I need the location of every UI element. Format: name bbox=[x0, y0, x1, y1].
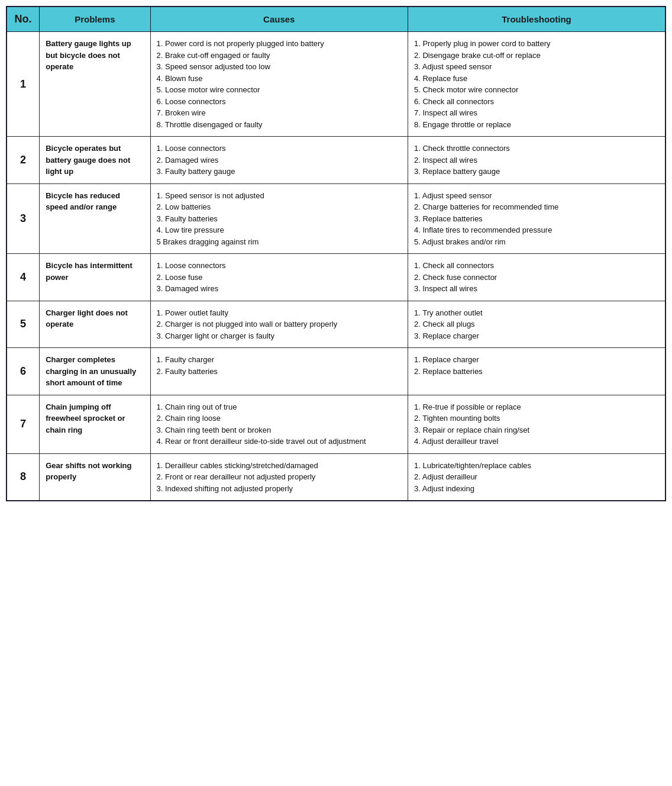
row-number: 7 bbox=[7, 395, 40, 453]
row-causes: 1. Speed sensor is not adjusted 2. Low b… bbox=[150, 183, 408, 254]
row-problem: Bicycle operates but battery gauge does … bbox=[40, 137, 150, 184]
row-causes: 1. Power outlet faulty 2. Charger is not… bbox=[150, 301, 408, 348]
table-row: 4Bicycle has intermittent power1. Loose … bbox=[7, 254, 665, 301]
row-troubleshooting: 1. Try another outlet 2. Check all plugs… bbox=[408, 301, 666, 348]
table-row: 6Charger completes charging in an unusua… bbox=[7, 348, 665, 395]
table-row: 7Chain jumping off freewheel sprocket or… bbox=[7, 395, 665, 453]
row-problem: Bicycle has intermittent power bbox=[40, 254, 150, 301]
troubleshooting-table: No. Problems Causes Troubleshooting 1Bat… bbox=[6, 6, 666, 501]
table-row: 1Battery gauge lights up but bicycle doe… bbox=[7, 32, 665, 137]
row-number: 4 bbox=[7, 254, 40, 301]
row-troubleshooting: 1. Replace charger 2. Replace batteries bbox=[408, 348, 666, 395]
row-causes: 1. Loose connectors 2. Damaged wires 3. … bbox=[150, 137, 408, 184]
row-causes: 1. Derailleur cables sticking/stretched/… bbox=[150, 453, 408, 501]
row-causes: 1. Power cord is not properly plugged in… bbox=[150, 32, 408, 137]
row-troubleshooting: 1. Properly plug in power cord to batter… bbox=[408, 32, 666, 137]
header-no: No. bbox=[7, 7, 40, 32]
row-number: 2 bbox=[7, 137, 40, 184]
row-troubleshooting: 1. Check throttle connectors 2. Inspect … bbox=[408, 137, 666, 184]
table-row: 5Charger light does not operate1. Power … bbox=[7, 301, 665, 348]
row-problem: Bicycle has reduced speed and/or range bbox=[40, 183, 150, 254]
row-number: 8 bbox=[7, 453, 40, 501]
header-problems: Problems bbox=[40, 7, 150, 32]
row-problem: Gear shifts not working properly bbox=[40, 453, 150, 501]
row-causes: 1. Chain ring out of true 2. Chain ring … bbox=[150, 395, 408, 453]
header-causes: Causes bbox=[150, 7, 408, 32]
row-number: 5 bbox=[7, 301, 40, 348]
row-troubleshooting: 1. Adjust speed sensor 2. Charge batteri… bbox=[408, 183, 666, 254]
row-causes: 1. Loose connectors 2. Loose fuse 3. Dam… bbox=[150, 254, 408, 301]
row-causes: 1. Faulty charger 2. Faulty batteries bbox=[150, 348, 408, 395]
row-number: 1 bbox=[7, 32, 40, 137]
table-row: 2Bicycle operates but battery gauge does… bbox=[7, 137, 665, 184]
table-row: 3Bicycle has reduced speed and/or range1… bbox=[7, 183, 665, 254]
row-troubleshooting: 1. Check all connectors 2. Check fuse co… bbox=[408, 254, 666, 301]
row-troubleshooting: 1. Re-true if possible or replace 2. Tig… bbox=[408, 395, 666, 453]
row-number: 6 bbox=[7, 348, 40, 395]
row-troubleshooting: 1. Lubricate/tighten/replace cables 2. A… bbox=[408, 453, 666, 501]
row-problem: Battery gauge lights up but bicycle does… bbox=[40, 32, 150, 137]
table-row: 8Gear shifts not working properly1. Dera… bbox=[7, 453, 665, 501]
header-troubleshooting: Troubleshooting bbox=[408, 7, 666, 32]
row-problem: Charger completes charging in an unusual… bbox=[40, 348, 150, 395]
row-number: 3 bbox=[7, 183, 40, 254]
row-problem: Charger light does not operate bbox=[40, 301, 150, 348]
row-problem: Chain jumping off freewheel sprocket or … bbox=[40, 395, 150, 453]
